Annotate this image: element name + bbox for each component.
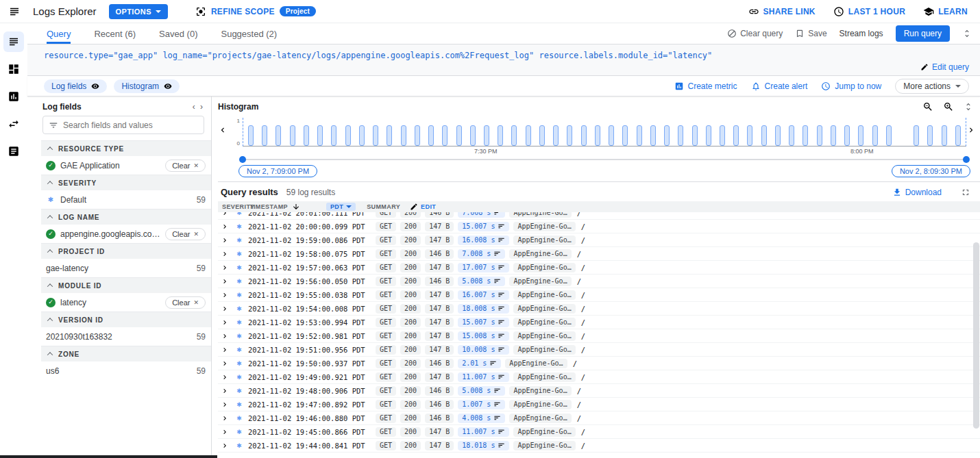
log-row[interactable]: ✱ 2021-11-02 19:59:00.086 PDT GET 200 14… (218, 233, 980, 247)
section-header-module-id[interactable]: MODULE ID (41, 277, 211, 293)
expand-row-icon[interactable] (221, 277, 230, 285)
latency-chip[interactable]: 15.007 s (458, 222, 509, 231)
size-chip[interactable]: 147 B (425, 263, 454, 272)
expand-row-icon[interactable] (221, 212, 230, 217)
log-row[interactable]: ✱ 2021-11-02 19:45:00.866 PDT GET 200 14… (218, 425, 980, 439)
tab-saved[interactable]: Saved (0) (159, 23, 197, 44)
method-chip[interactable]: GET (376, 359, 396, 368)
size-chip[interactable]: 147 B (425, 222, 454, 231)
user-agent-chip[interactable]: AppEngine-Go… (513, 331, 575, 341)
method-chip[interactable]: GET (376, 212, 396, 218)
fullscreen-icon[interactable] (961, 188, 970, 197)
latency-chip[interactable]: 16.008 s (458, 236, 509, 245)
latency-chip[interactable]: 15.007 s (458, 318, 509, 327)
status-chip[interactable]: 200 (400, 304, 421, 314)
clear-module-id-button[interactable]: Clear ✕ (165, 296, 206, 309)
log-row[interactable]: ✱ 2021-11-02 19:46:00.880 PDT GET 200 14… (218, 411, 980, 425)
latency-chip[interactable]: 5.008 s (458, 386, 505, 396)
method-chip[interactable]: GET (376, 236, 396, 245)
method-chip[interactable]: GET (376, 414, 396, 423)
more-actions-button[interactable]: More actions (895, 79, 969, 94)
status-chip[interactable]: 200 (400, 400, 421, 409)
log-row[interactable]: ✱ 2021-11-02 19:50:00.937 PDT GET 200 14… (218, 357, 980, 370)
method-chip[interactable]: GET (376, 400, 396, 409)
zoom-out-icon[interactable] (922, 101, 933, 112)
histogram-toggle-chip[interactable]: Histogram (114, 79, 180, 93)
size-chip[interactable]: 146 B (425, 359, 454, 368)
user-agent-chip[interactable]: AppEngine-Go… (513, 318, 575, 327)
latency-chip[interactable]: 18.018 s (458, 441, 509, 450)
status-chip[interactable]: 200 (400, 249, 421, 259)
expand-row-icon[interactable] (221, 222, 230, 231)
status-chip[interactable]: 200 (400, 359, 421, 368)
method-chip[interactable]: GET (376, 386, 396, 396)
size-chip[interactable]: 146 B (425, 400, 454, 409)
stream-logs-button[interactable]: Stream logs (840, 29, 883, 38)
expand-row-icon[interactable] (221, 264, 230, 272)
section-header-zone[interactable]: ZONE (41, 346, 211, 361)
status-chip[interactable]: 200 (400, 331, 421, 341)
method-chip[interactable]: GET (376, 249, 396, 259)
status-chip[interactable]: 200 (400, 318, 421, 327)
user-agent-chip[interactable]: AppEngine-Go… (513, 345, 575, 355)
expand-row-icon[interactable] (221, 305, 230, 313)
zoom-in-icon[interactable] (943, 101, 954, 112)
log-row[interactable]: ✱ 2021-11-02 19:54:00.008 PDT GET 200 14… (218, 302, 980, 316)
user-agent-chip[interactable]: AppEngine-Go… (513, 304, 575, 314)
field-row-severity-default[interactable]: ✱ Default 59 (41, 190, 211, 209)
field-row-log-name[interactable]: ✓ appengine.googleapis.com/requ… Clear ✕ (41, 225, 211, 243)
rail-item-router[interactable] (3, 114, 24, 134)
expand-row-icon[interactable] (221, 373, 230, 381)
log-row[interactable]: ✱ 2021-11-02 20:00:00.099 PDT GET 200 14… (218, 220, 980, 233)
expand-row-icon[interactable] (221, 291, 230, 299)
expand-row-icon[interactable] (221, 346, 230, 354)
rail-item-metrics[interactable] (3, 86, 24, 107)
log-row[interactable]: ✱ 2021-11-02 20:01:00.111 PDT GET 200 14… (218, 212, 980, 220)
status-chip[interactable]: 200 (400, 414, 421, 423)
query-text[interactable]: resource.type="gae_app" log_name="projec… (44, 51, 870, 60)
user-agent-chip[interactable]: AppEngine-Go… (509, 249, 571, 259)
expand-row-icon[interactable] (221, 414, 230, 422)
log-row[interactable]: ✱ 2021-11-02 19:51:00.956 PDT GET 200 14… (218, 343, 980, 357)
size-chip[interactable]: 147 B (425, 441, 454, 450)
expand-row-icon[interactable] (221, 236, 230, 244)
user-agent-chip[interactable]: AppEngine-Go… (509, 212, 571, 218)
column-timestamp[interactable]: TIMESTAMP (249, 203, 307, 211)
user-agent-chip[interactable]: AppEngine-Go… (509, 277, 571, 286)
status-chip[interactable]: 200 (400, 222, 421, 231)
size-chip[interactable]: 146 B (425, 249, 454, 259)
latency-chip[interactable]: 15.008 s (458, 331, 509, 341)
slider-track[interactable] (243, 159, 966, 160)
field-row-version-id[interactable]: 20210930t163832 59 (41, 327, 211, 346)
status-chip[interactable]: 200 (400, 386, 421, 396)
rail-item-storage[interactable] (3, 141, 24, 162)
latency-chip[interactable]: 11.007 s (458, 372, 509, 382)
size-chip[interactable]: 147 B (425, 304, 454, 314)
size-chip[interactable]: 146 B (425, 414, 454, 423)
section-header-project-id[interactable]: PROJECT ID (41, 243, 211, 259)
status-chip[interactable]: 200 (400, 427, 421, 437)
slider-start-handle[interactable] (239, 156, 246, 163)
timezone-selector[interactable]: PDT (326, 203, 356, 211)
status-chip[interactable]: 200 (400, 345, 421, 355)
method-chip[interactable]: GET (376, 441, 396, 450)
field-row-zone[interactable]: us6 59 (41, 361, 211, 380)
field-row-project-id[interactable]: gae-latency 59 (41, 259, 211, 277)
histogram-plot[interactable] (243, 118, 966, 147)
expand-row-icon[interactable] (221, 359, 230, 368)
results-scrollbar[interactable] (973, 242, 979, 429)
expand-row-icon[interactable] (221, 387, 230, 395)
latency-chip[interactable]: 2.01 s (458, 359, 501, 368)
collapse-query-icon[interactable] (962, 29, 972, 38)
search-fields-input[interactable] (63, 120, 198, 130)
method-chip[interactable]: GET (376, 290, 396, 300)
log-row[interactable]: ✱ 2021-11-02 19:53:00.994 PDT GET 200 14… (218, 316, 980, 329)
expand-row-icon[interactable] (221, 442, 230, 450)
section-header-version-id[interactable]: VERSION ID (41, 311, 211, 327)
section-header-severity[interactable]: SEVERITY (41, 175, 211, 190)
log-fields-toggle-chip[interactable]: Log fields (44, 79, 107, 93)
search-fields-box[interactable] (42, 116, 204, 134)
save-button[interactable]: Save (795, 29, 826, 38)
panel-collapse-icon[interactable]: ‹ › (193, 102, 204, 112)
range-end-badge[interactable]: Nov 2, 8:09:30 PM (892, 165, 970, 177)
